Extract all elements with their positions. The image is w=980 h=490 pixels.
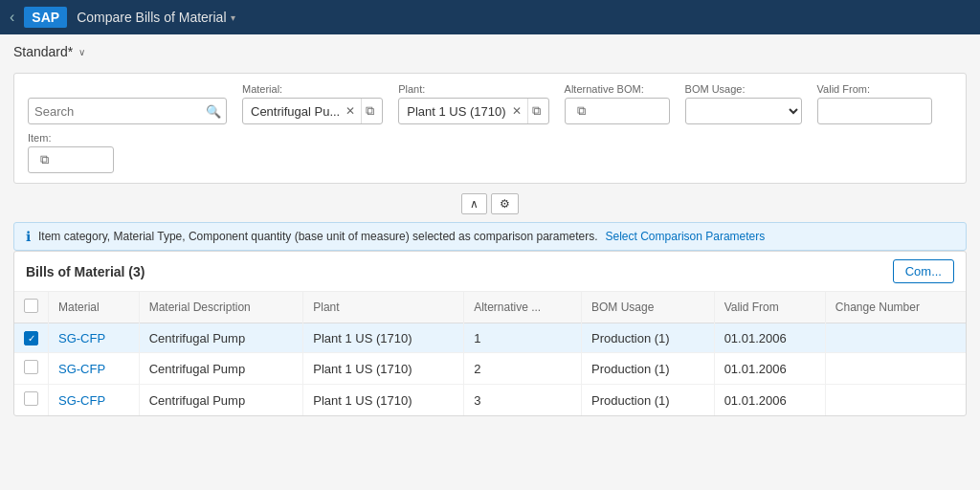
th-plant: Plant — [303, 292, 464, 323]
material-link[interactable]: SG-CFP — [58, 393, 105, 408]
table-cell: Plant 1 US (1710) — [303, 385, 464, 416]
th-material: Material — [49, 292, 140, 323]
valid-from-input-wrapper — [817, 98, 932, 124]
table-cell — [825, 353, 966, 385]
alternative-bom-label: Alternative BOM: — [565, 83, 670, 95]
plant-chip-wrapper: Plant 1 US (1710) ✕ ⧉ — [398, 98, 548, 124]
info-text: Item category, Material Type, Component … — [38, 230, 598, 243]
material-link[interactable]: SG-CFP — [58, 362, 105, 376]
table-body: SG-CFPCentrifugal PumpPlant 1 US (1710)1… — [14, 323, 966, 416]
th-checkbox — [14, 292, 49, 323]
back-button[interactable]: ‹ — [10, 9, 14, 26]
th-alternative: Alternative ... — [464, 292, 582, 323]
table-cell: 01.01.2006 — [714, 323, 825, 353]
table-cell: Production (1) — [582, 385, 715, 416]
item-row: Item:⧉ — [28, 132, 952, 173]
app-title: Compare Bills of Material — [77, 10, 226, 25]
plant-label: Plant: — [398, 83, 548, 95]
table-header-row: Bills of Material (3) Com... — [14, 252, 966, 292]
search-input-wrapper: 🔍 — [28, 98, 227, 124]
material-label: Material: — [242, 83, 383, 95]
material-link[interactable]: SG-CFP — [58, 331, 105, 345]
compare-button[interactable]: Com... — [893, 259, 954, 283]
table-cell — [825, 323, 966, 353]
search-group: 🔍 — [28, 98, 227, 124]
table-head: Material Material Description Plant Alte… — [14, 292, 966, 323]
alternative-bom-group: Alternative BOM: ⧉ — [565, 83, 670, 124]
material-chip-wrapper: Centrifugal Pu... ✕ ⧉ — [242, 98, 383, 124]
top-bar: ‹ SAP Compare Bills of Material ▾ — [0, 0, 980, 34]
nav-up-button[interactable]: ∧ — [461, 193, 487, 214]
table-cell: Production (1) — [582, 323, 715, 353]
info-icon: ℹ — [26, 229, 31, 244]
row-checkbox[interactable] — [24, 360, 38, 374]
plant-clear-button[interactable]: ✕ — [510, 104, 523, 118]
table-section: Bills of Material (3) Com... Material Ma… — [13, 251, 967, 416]
top-bar-title: Compare Bills of Material ▾ — [77, 10, 234, 25]
plant-filter-group: Plant: Plant 1 US (1710) ✕ ⧉ — [398, 83, 548, 124]
select-all-checkbox[interactable] — [24, 299, 38, 313]
plant-chip: Plant 1 US (1710) ✕ — [407, 104, 523, 119]
table-row: SG-CFPCentrifugal PumpPlant 1 US (1710)2… — [14, 353, 966, 385]
search-icon-button[interactable]: 🔍 — [201, 104, 226, 119]
material-filter-group: Material: Centrifugal Pu... ✕ ⧉ — [242, 83, 383, 124]
table-row: SG-CFPCentrifugal PumpPlant 1 US (1710)3… — [14, 385, 966, 416]
table-cell: Centrifugal Pump — [139, 385, 303, 416]
th-bom-usage: BOM Usage — [582, 292, 715, 323]
table-cell: 3 — [464, 385, 582, 416]
table-cell: Plant 1 US (1710) — [303, 353, 464, 385]
bom-usage-select[interactable] — [686, 99, 801, 123]
alternative-bom-expand-icon-button[interactable]: ⧉ — [573, 99, 590, 123]
table-cell: 1 — [464, 323, 582, 353]
bills-of-material-table: Material Material Description Plant Alte… — [14, 292, 966, 415]
valid-from-input[interactable] — [818, 104, 931, 119]
item-expand-icon-button[interactable]: ⧉ — [36, 147, 53, 172]
bom-usage-select-wrapper — [685, 98, 802, 124]
valid-from-label: Valid From: — [817, 83, 932, 95]
th-valid-from: Valid From — [714, 292, 825, 323]
table-cell: 01.01.2006 — [714, 353, 825, 385]
sap-logo: SAP — [24, 7, 67, 28]
material-expand-icon-button[interactable]: ⧉ — [361, 99, 378, 123]
material-clear-button[interactable]: ✕ — [344, 104, 357, 118]
table-title: Bills of Material (3) — [26, 264, 145, 279]
row-checkbox[interactable] — [24, 331, 38, 345]
th-material-description: Material Description — [139, 292, 303, 323]
view-header: Standard* ∨ — [13, 44, 967, 59]
search-input[interactable] — [29, 104, 201, 119]
select-comparison-link[interactable]: Select Comparison Parameters — [606, 230, 766, 243]
row-checkbox[interactable] — [24, 391, 38, 406]
filter-row-main: 🔍 Material: Centrifugal Pu... ✕ ⧉ Plant: — [28, 83, 952, 124]
table-cell: 01.01.2006 — [714, 385, 825, 416]
table-cell: Plant 1 US (1710) — [303, 323, 464, 353]
valid-from-group: Valid From: — [817, 83, 932, 124]
plant-value: Plant 1 US (1710) — [407, 104, 505, 119]
filter-area: 🔍 Material: Centrifugal Pu... ✕ ⧉ Plant: — [13, 73, 967, 184]
table-cell: Centrifugal Pump — [139, 353, 303, 385]
table-row: SG-CFPCentrifugal PumpPlant 1 US (1710)1… — [14, 323, 966, 353]
material-value: Centrifugal Pu... — [251, 104, 340, 119]
info-banner: ℹ Item category, Material Type, Componen… — [13, 222, 967, 251]
column-header-row: Material Material Description Plant Alte… — [14, 292, 966, 323]
table-cell: Production (1) — [582, 353, 715, 385]
view-chevron-icon[interactable]: ∨ — [78, 47, 85, 57]
item-chip-wrapper: ⧉ — [28, 146, 114, 173]
item-label-text: Item: — [28, 132, 114, 144]
table-cell: 2 — [464, 353, 582, 385]
alternative-bom-wrapper: ⧉ — [565, 98, 670, 124]
plant-expand-icon-button[interactable]: ⧉ — [527, 99, 545, 123]
table-cell: Centrifugal Pump — [139, 323, 303, 353]
material-chip: Centrifugal Pu... ✕ — [251, 104, 357, 119]
th-change-number: Change Number — [825, 292, 966, 323]
view-name: Standard* — [13, 44, 73, 59]
nav-settings-button[interactable]: ⚙ — [491, 193, 519, 214]
bom-usage-label: BOM Usage: — [685, 83, 802, 95]
main-content: Standard* ∨ 🔍 Material: Centrifugal Pu..… — [0, 34, 980, 426]
title-chevron-icon[interactable]: ▾ — [231, 12, 235, 23]
nav-row: ∧ ⚙ — [13, 193, 967, 214]
table-cell — [825, 385, 966, 416]
bom-usage-group: BOM Usage: — [685, 83, 802, 124]
